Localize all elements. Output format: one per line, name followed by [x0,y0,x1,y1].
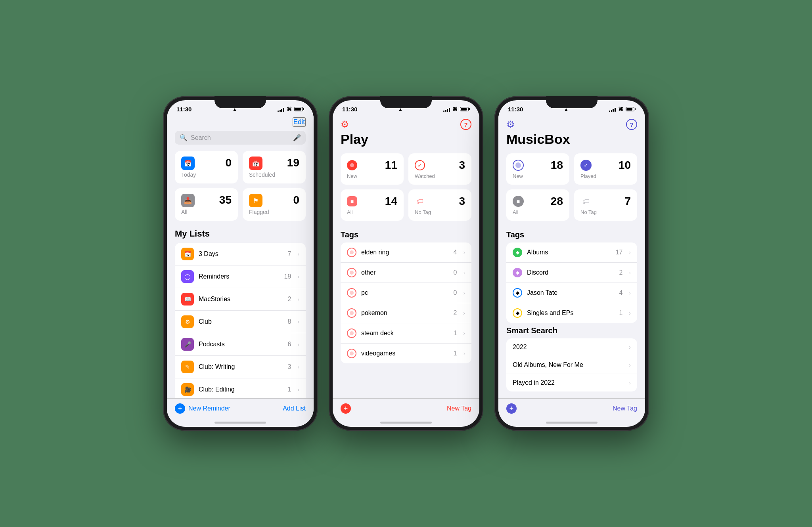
tag-item-pokemon[interactable]: pokemon 2 › [341,303,471,323]
all-label: All [181,209,232,215]
tag-dot-inner-videogames [350,351,354,355]
screen-reminders: 11:30 ▲ ⌘ [167,100,314,427]
play-add-btn[interactable]: + [341,403,351,414]
mb-tag-name-jasontate: Jason Tate [527,289,614,296]
signal-bar-9 [609,111,610,112]
tag-dot-inner-steamdeck [350,331,354,335]
battery-2 [460,107,470,111]
mb-all-label: All [513,209,563,215]
mb-card-notag[interactable]: 🏷 7 No Tag [574,189,637,221]
list-item-writing[interactable]: ✎ Club: Writing 3 › [175,356,306,378]
play-card-watched[interactable]: ✓ 3 Watched [408,153,471,185]
no-tag-play-icon: 🏷 [415,196,425,206]
tag-item-pc[interactable]: pc 0 › [341,283,471,303]
tag-dot-inner-pokemon [350,311,354,315]
play-card-new[interactable]: 11 New [341,153,404,185]
add-list-btn[interactable]: Add List [283,405,306,412]
mb-tag-name-albums: Albums [527,249,611,256]
smart-search-name-played2022: Played in 2022 [513,379,555,386]
list-count-reminders: 19 [284,273,291,280]
phones-container: 11:30 ▲ ⌘ [163,96,649,431]
play-watched-label: Watched [415,173,465,179]
mb-card-all[interactable]: ■ 28 All [506,189,569,221]
tag-item-eldenring[interactable]: elden ring 4 › [341,242,471,263]
mb-tag-count-albums: 17 [616,249,623,256]
mb-new-dot [515,162,521,168]
list-name-macstories: MacStories [199,296,283,303]
new-reminder-btn[interactable]: + New Reminder [175,403,230,414]
list-icon-3days: 📅 [181,248,194,260]
signal-bar-12 [615,108,616,112]
list-name-reminders: Reminders [199,273,280,280]
smart-card-sched-top: 📅 19 [249,157,299,170]
search-placeholder: Search [191,134,290,141]
smart-card-today-top: 📅 0 [181,157,232,170]
play-cards-grid: 11 New ✓ 3 Watched [341,153,471,221]
mic-icon[interactable]: 🎤 [293,134,301,141]
smart-card-scheduled[interactable]: 📅 19 Scheduled [243,151,306,183]
smart-search-name-oldalbums: Old Albums, New For Me [513,361,583,369]
list-item-reminders[interactable]: ◯ Reminders 19 › [175,265,306,288]
smart-search-played2022[interactable]: Played in 2022 › [506,374,637,391]
play-watched-count: 3 [459,159,465,172]
smart-search-oldalbums[interactable]: Old Albums, New For Me › [506,356,637,374]
list-count-writing: 3 [287,363,291,370]
smart-search-2022[interactable]: 2022 › [506,338,637,356]
reminders-app-content: Edit 🔍 Search 🎤 📅 [167,116,314,398]
smart-card-flagged[interactable]: ⚑ 0 Flagged [243,188,306,221]
mb-tag-discord[interactable]: ◆ Discord 2 › [506,263,637,283]
mb-notag-icon: 🏷 [580,196,592,207]
play-tags-title: Tags [341,230,471,239]
list-item-club[interactable]: ⚙ Club 8 › [175,311,306,333]
smart-card-all[interactable]: 📥 35 All [175,188,238,221]
edit-button[interactable]: Edit [293,117,306,127]
mb-played-check-icon: ✓ [580,160,592,171]
mb-card-notag-top: 🏷 7 [580,195,631,208]
list-name-podcasts: Podcasts [199,341,283,348]
play-all-icon: ■ [347,196,357,206]
play-card-notag[interactable]: 🏷 3 No Tag [408,189,471,221]
mb-tag-albums[interactable]: ◆ Albums 17 › [506,242,637,263]
gear-icon-musicbox[interactable]: ⚙ [506,119,515,130]
question-circle-play[interactable]: ? [460,119,471,130]
battery-tip-1 [303,108,304,110]
chevron-editing: › [297,386,299,393]
signal-bar-2 [280,110,281,112]
mb-chevron-jasontate: › [629,290,631,296]
play-new-tag-btn[interactable]: New Tag [447,405,471,412]
list-name-club: Club [199,318,283,325]
list-item-podcasts[interactable]: 🎤 Podcasts 6 › [175,333,306,356]
phone-reminders: 11:30 ▲ ⌘ [163,96,318,431]
signal-bar-3 [281,109,282,112]
list-count-macstories: 2 [287,296,291,303]
list-item-editing[interactable]: 🎥 Club: Editing 1 › [175,378,306,398]
musicbox-add-btn[interactable]: + [506,403,517,414]
tag-item-other[interactable]: other 0 › [341,263,471,283]
battery-tip-3 [635,108,636,110]
tag-count-other: 0 [453,269,457,276]
notch-1 [214,96,266,108]
mb-played-count: 10 [619,159,631,172]
gear-icon-play[interactable]: ⚙ [341,119,349,130]
tag-dot-inner-other [350,271,354,275]
mb-chevron-2022: › [629,344,631,350]
smart-card-today[interactable]: 📅 0 Today [175,151,238,183]
search-bar[interactable]: 🔍 Search 🎤 [175,131,306,145]
question-circle-musicbox[interactable]: ? [626,119,637,130]
mb-card-new[interactable]: 18 New [506,153,569,185]
tag-item-videogames[interactable]: videogames 1 › [341,344,471,363]
battery-fill-3 [626,108,632,111]
mb-tag-singleseps[interactable]: ◆ Singles and EPs 1 › [506,303,637,323]
smart-search-list: 2022 › Old Albums, New For Me › Played i… [506,338,637,391]
home-indicator-1 [214,422,266,424]
list-item-macstories[interactable]: 📖 MacStories 2 › [175,288,306,311]
list-item-3days[interactable]: 📅 3 Days 7 › [175,243,306,265]
tag-count-pokemon: 2 [453,309,457,317]
musicbox-title: MusicBox [506,132,637,147]
musicbox-new-tag-btn[interactable]: New Tag [613,405,637,412]
play-card-all[interactable]: ■ 14 All [341,189,404,221]
mb-tag-jasontate[interactable]: ◆ Jason Tate 4 › [506,283,637,303]
tag-item-steamdeck[interactable]: steam deck 1 › [341,323,471,344]
chevron-writing: › [297,364,299,370]
mb-card-played[interactable]: ✓ 10 Played [574,153,637,185]
